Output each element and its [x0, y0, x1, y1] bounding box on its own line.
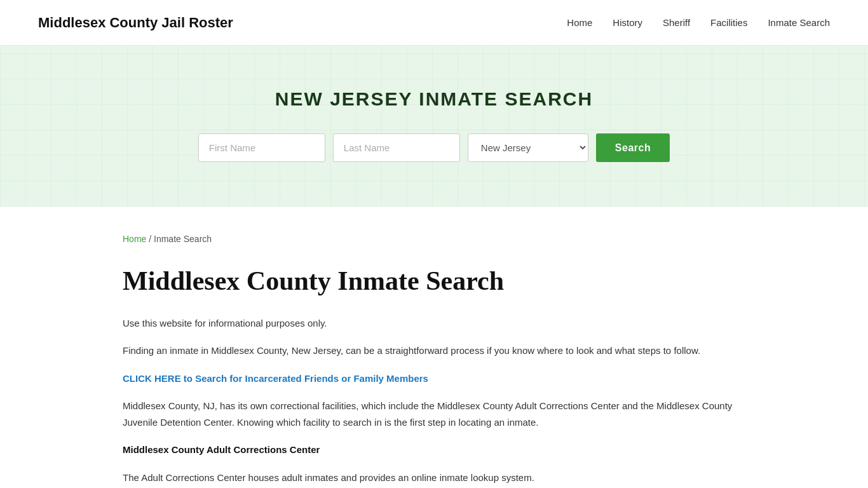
- hero-title: NEW JERSEY INMATE SEARCH: [13, 84, 855, 114]
- nav-list: Home History Sheriff Facilities Inmate S…: [567, 15, 830, 31]
- paragraph-link: CLICK HERE to Search for Incarcerated Fr…: [123, 370, 745, 387]
- breadcrumb-separator: /: [149, 234, 154, 244]
- breadcrumb-home[interactable]: Home: [123, 234, 146, 244]
- main-nav: Home History Sheriff Facilities Inmate S…: [567, 15, 830, 31]
- breadcrumb-current: Inmate Search: [154, 234, 212, 244]
- search-form: AlabamaAlaskaArizonaArkansasCaliforniaCo…: [13, 133, 855, 162]
- last-name-input[interactable]: [333, 133, 460, 162]
- breadcrumb: Home / Inmate Search: [123, 232, 745, 246]
- click-here-link[interactable]: CLICK HERE to Search for Incarcerated Fr…: [123, 373, 428, 384]
- main-content: Home / Inmate Search Middlesex County In…: [85, 207, 783, 488]
- first-name-input[interactable]: [198, 133, 325, 162]
- site-logo[interactable]: Middlesex County Jail Roster: [38, 11, 233, 34]
- site-header: Middlesex County Jail Roster Home Histor…: [0, 0, 868, 46]
- hero-section: NEW JERSEY INMATE SEARCH AlabamaAlaskaAr…: [0, 46, 868, 207]
- body-content: Use this website for informational purpo…: [123, 315, 745, 486]
- state-select[interactable]: AlabamaAlaskaArizonaArkansasCaliforniaCo…: [468, 133, 588, 162]
- paragraph-1: Use this website for informational purpo…: [123, 315, 745, 332]
- paragraph-4: The Adult Corrections Center houses adul…: [123, 470, 745, 486]
- search-button[interactable]: Search: [596, 133, 670, 162]
- nav-link-facilities[interactable]: Facilities: [710, 17, 747, 28]
- nav-link-history[interactable]: History: [613, 17, 642, 28]
- paragraph-heading: Middlesex County Adult Corrections Cente…: [123, 442, 745, 458]
- nav-link-home[interactable]: Home: [567, 17, 592, 28]
- paragraph-3: Middlesex County, NJ, has its own correc…: [123, 398, 745, 430]
- nav-item-sheriff[interactable]: Sheriff: [663, 15, 690, 31]
- nav-item-history[interactable]: History: [613, 15, 642, 31]
- page-heading: Middlesex County Inmate Search: [123, 265, 745, 297]
- nav-item-inmate-search[interactable]: Inmate Search: [768, 15, 830, 31]
- nav-link-sheriff[interactable]: Sheriff: [663, 17, 690, 28]
- nav-item-home[interactable]: Home: [567, 15, 592, 31]
- paragraph-2: Finding an inmate in Middlesex County, N…: [123, 342, 745, 359]
- nav-link-inmate-search[interactable]: Inmate Search: [768, 17, 830, 28]
- nav-item-facilities[interactable]: Facilities: [710, 15, 747, 31]
- corrections-center-heading: Middlesex County Adult Corrections Cente…: [123, 444, 320, 455]
